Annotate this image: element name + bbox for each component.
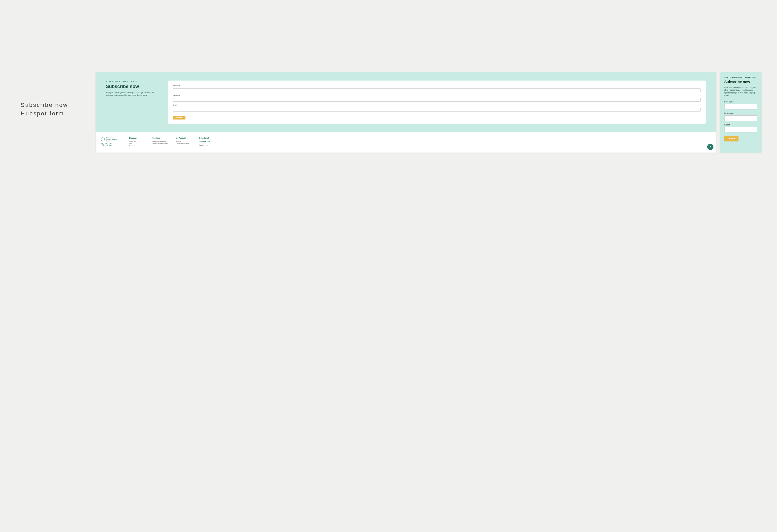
first-name-group: First name* — [173, 85, 700, 92]
right-subscribe-title: Subscribe now — [724, 80, 757, 84]
blog-link[interactable]: Blog — [129, 143, 145, 144]
subscribe-title: Subscribe now — [106, 84, 157, 89]
right-last-name-group: Last name* — [724, 112, 757, 121]
annotation-line2: Hubspot form — [21, 109, 68, 118]
right-stay-label: STAY CONNECTED WITH CTC — [724, 77, 757, 78]
first-name-label: First name* — [173, 85, 700, 86]
about-us-link[interactable]: About Us — [129, 140, 145, 142]
my-account-title: My Account — [176, 137, 192, 139]
discover-title: Discover — [129, 137, 145, 139]
first-name-input[interactable] — [173, 88, 700, 92]
application-processing-link[interactable]: Application Processing — [152, 143, 168, 144]
create-account-link[interactable]: Create an Account — [176, 143, 192, 144]
right-description: Build your knowledge and sharpen your sk… — [724, 86, 757, 97]
right-first-name-input[interactable] — [724, 104, 757, 110]
page-mockup: STAY CONNECTED WITH CTC Subscribe now Bu… — [96, 72, 716, 153]
right-email-label: Email* — [724, 124, 757, 126]
right-last-name-input[interactable] — [724, 115, 757, 121]
last-name-input[interactable] — [173, 98, 700, 102]
right-email-group: Email* — [724, 124, 757, 133]
email-label: Email* — [173, 104, 700, 106]
phone-number: 888-585-7350 — [199, 140, 215, 142]
email-group: Email* — [173, 104, 700, 112]
subscribe-left: STAY CONNECTED WITH CTC Subscribe now Bu… — [106, 81, 157, 97]
right-first-name-label: First name* — [724, 101, 757, 103]
footer-questions-col: Questions? 888-585-7350 Contact Us — [199, 137, 215, 147]
instagram-icon[interactable]: in — [105, 143, 108, 146]
annotation-line1: Subscribe now — [21, 101, 68, 109]
page-annotation: Subscribe now Hubspot form — [21, 101, 68, 118]
back-to-top-button[interactable] — [707, 144, 713, 150]
sign-in-link[interactable]: Sign In — [176, 140, 192, 142]
chevron-up-icon — [709, 146, 712, 148]
questions-title: Questions? — [199, 137, 215, 139]
services-title: Services — [152, 137, 168, 139]
right-email-input[interactable] — [724, 127, 757, 132]
startup-consultation-link[interactable]: Start-up Consultation — [152, 140, 168, 142]
email-input[interactable] — [173, 108, 700, 112]
subscribe-section: STAY CONNECTED WITH CTC Subscribe now Bu… — [96, 72, 716, 132]
logo-sub: Calden — [106, 140, 117, 142]
footer-services-col: Services Start-up Consultation Applicati… — [152, 137, 168, 145]
footer-logo-area: C Contractor Training Center Calden f in… — [101, 137, 121, 146]
footer-account-col: My Account Sign In Create an Account — [176, 137, 192, 145]
subscribe-description: Build your knowledge and sharpen your sk… — [106, 91, 157, 97]
reviews-link[interactable]: Reviews — [129, 145, 145, 147]
social-icons: f in ▶ — [101, 143, 121, 146]
footer-section: C Contractor Training Center Calden f in… — [96, 132, 716, 153]
facebook-icon[interactable]: f — [101, 143, 104, 146]
right-submit-button[interactable]: Submit — [724, 136, 739, 141]
youtube-icon[interactable]: ▶ — [109, 143, 112, 146]
subscribe-form: First name* Last name* Email* Submit — [168, 81, 706, 124]
svg-text:C: C — [102, 138, 103, 141]
last-name-group: Last name* — [173, 95, 700, 102]
stay-connected-label: STAY CONNECTED WITH CTC — [106, 81, 157, 82]
main-content-area: STAY CONNECTED WITH CTC Subscribe now Bu… — [96, 72, 762, 153]
right-panel: STAY CONNECTED WITH CTC Subscribe now Bu… — [720, 72, 762, 153]
footer-discover-col: Discover About Us Blog Reviews — [129, 137, 145, 147]
submit-button[interactable]: Submit — [173, 116, 186, 120]
last-name-label: Last name* — [173, 95, 700, 96]
right-last-name-label: Last name* — [724, 112, 757, 114]
contact-us-link[interactable]: Contact Us — [199, 144, 208, 146]
right-first-name-group: First name* — [724, 101, 757, 110]
logo-icon: C — [101, 137, 105, 141]
